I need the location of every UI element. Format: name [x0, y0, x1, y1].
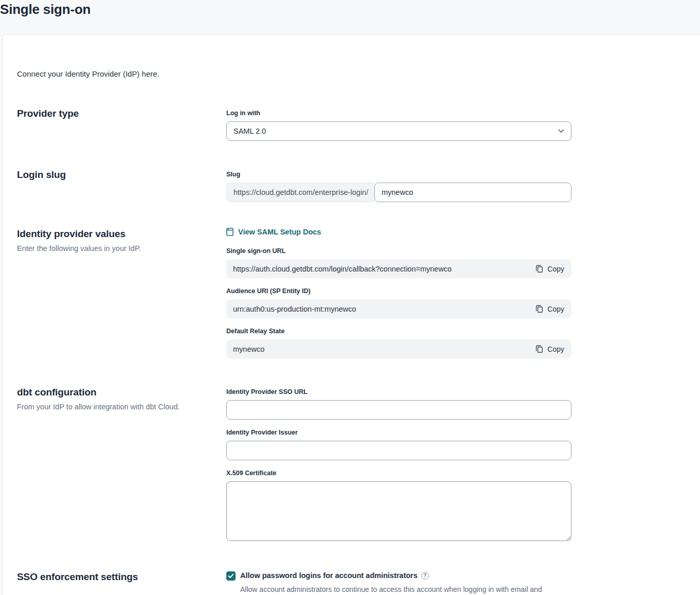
- docs-icon: [226, 228, 234, 236]
- idp-issuer-label: Identity Provider Issuer: [226, 429, 571, 437]
- log-in-with-label: Log in with: [226, 110, 571, 117]
- default-relay-state-field: mynewco Copy: [226, 339, 571, 358]
- slug-input-group: https://cloud.getdbt.com/enterprise-logi…: [226, 183, 571, 202]
- view-saml-setup-docs-link[interactable]: View SAML Setup Docs: [226, 228, 321, 236]
- default-relay-state-label: Default Relay State: [226, 328, 571, 335]
- copy-icon: [535, 345, 543, 353]
- login-slug-section: Login slug Slug https://cloud.getdbt.com…: [17, 169, 700, 202]
- page-title: Single sign-on: [0, 2, 700, 17]
- allow-password-label: Allow password logins for account admini…: [240, 571, 418, 581]
- copy-button-label: Copy: [547, 345, 564, 353]
- x509-certificate-label: X.509 Certificate: [226, 470, 571, 477]
- allow-password-checkbox[interactable]: [226, 571, 236, 581]
- provider-type-select[interactable]: SAML 2.0: [226, 121, 571, 141]
- page-header: Single sign-on: [0, 0, 700, 34]
- check-icon: [228, 573, 234, 579]
- dbt-configuration-section: dbt configuration From your IdP to allow…: [17, 386, 700, 543]
- copy-sso-url-button[interactable]: Copy: [534, 262, 565, 275]
- dbt-configuration-heading: dbt configuration: [17, 386, 226, 399]
- single-sign-on-url-value: https://auth.cloud.getdbt.com/login/call…: [233, 265, 534, 273]
- x509-certificate-textarea[interactable]: [226, 481, 571, 541]
- slug-label: Slug: [226, 171, 571, 178]
- identity-provider-values-section: Identity provider values Enter the follo…: [17, 228, 700, 358]
- help-icon[interactable]: ?: [421, 572, 429, 580]
- login-slug-heading: Login slug: [17, 169, 226, 181]
- copy-icon: [535, 264, 543, 273]
- slug-input[interactable]: [374, 183, 571, 202]
- settings-card: Connect your Identity Provider (IdP) her…: [2, 34, 700, 595]
- idp-values-subheading: Enter the following values in your IdP.: [17, 244, 226, 254]
- allow-password-description: Allow account administrators to continue…: [240, 584, 571, 595]
- copy-button-label: Copy: [547, 265, 564, 273]
- single-sign-on-url-label: Single sign-on URL: [226, 247, 571, 255]
- provider-type-heading: Provider type: [17, 107, 226, 120]
- single-sign-on-url-field: https://auth.cloud.getdbt.com/login/call…: [226, 259, 571, 278]
- idp-sso-url-input[interactable]: [226, 400, 571, 420]
- slug-url-prefix: https://cloud.getdbt.com/enterprise-logi…: [226, 183, 375, 202]
- copy-button-label: Copy: [547, 305, 564, 313]
- copy-audience-uri-button[interactable]: Copy: [534, 302, 565, 315]
- idp-values-heading: Identity provider values: [17, 228, 226, 240]
- provider-type-section: Provider type Log in with SAML 2.0: [17, 107, 700, 141]
- provider-type-selected-value: SAML 2.0: [234, 127, 266, 135]
- sso-enforcement-section: SSO enforcement settings Allow password …: [17, 571, 700, 595]
- intro-text: Connect your Identity Provider (IdP) her…: [17, 34, 700, 78]
- audience-uri-label: Audience URI (SP Entity ID): [226, 287, 571, 295]
- copy-relay-state-button[interactable]: Copy: [534, 342, 565, 355]
- audience-uri-value: urn:auth0:us-production-mt:mynewco: [233, 305, 534, 313]
- idp-issuer-input[interactable]: [226, 441, 571, 460]
- dbt-configuration-subheading: From your IdP to allow integration with …: [17, 402, 226, 412]
- default-relay-state-value: mynewco: [233, 345, 534, 353]
- docs-link-label: View SAML Setup Docs: [238, 228, 321, 236]
- copy-icon: [535, 304, 543, 313]
- chevron-down-icon: [558, 129, 564, 133]
- idp-sso-url-label: Identity Provider SSO URL: [226, 388, 571, 396]
- sso-enforcement-heading: SSO enforcement settings: [17, 571, 226, 583]
- audience-uri-field: urn:auth0:us-production-mt:mynewco Copy: [226, 299, 571, 318]
